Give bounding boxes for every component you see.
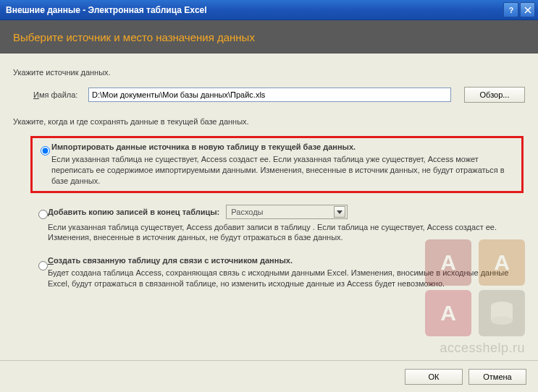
browse-button[interactable]: Обзор... — [464, 87, 525, 103]
access-logo-icon: A — [425, 290, 471, 336]
append-table-combo[interactable]: Расходы — [226, 205, 348, 219]
ok-button[interactable]: ОК — [405, 369, 463, 385]
file-row: Имя файла: Обзор... — [33, 87, 525, 103]
header-title: Выберите источник и место назначения дан… — [13, 31, 255, 43]
option-import-desc: Если указанная таблица не существует, Ac… — [51, 154, 517, 187]
svg-point-6 — [491, 316, 513, 325]
svg-point-4 — [491, 302, 513, 310]
radio-append[interactable] — [38, 210, 48, 219]
dest-prompt: Укажите, когда и где сохранять данные в … — [13, 117, 525, 126]
radio-import[interactable] — [41, 146, 50, 155]
dialog-body: Укажите источник данных. Имя файла: Обзо… — [0, 54, 538, 291]
svg-marker-3 — [337, 210, 342, 214]
svg-text:?: ? — [509, 7, 513, 14]
database-icon — [479, 290, 525, 336]
option-import-label: Импортировать данные источника в новую т… — [51, 142, 356, 151]
option-link-desc: Будет создана таблица Access, сохраняюща… — [48, 268, 522, 289]
watermark-text: accesshelp.ru — [425, 341, 525, 356]
titlebar: Внешние данные - Электронная таблица Exc… — [0, 0, 538, 20]
append-table-value: Расходы — [231, 208, 263, 216]
options-group: Импортировать данные источника в новую т… — [30, 136, 525, 291]
chevron-down-icon — [334, 206, 345, 218]
cancel-button[interactable]: Отмена — [468, 369, 526, 385]
source-prompt: Укажите источник данных. — [13, 68, 525, 77]
footer: ОК Отмена — [0, 360, 538, 392]
option-link-label: Создать связанную таблицу для связи с ис… — [48, 256, 293, 265]
help-button[interactable]: ? — [503, 2, 518, 17]
window-title: Внешние данные - Электронная таблица Exc… — [6, 5, 502, 15]
option-append[interactable]: Добавить копию записей в конец таблицы: … — [30, 203, 525, 245]
file-label: Имя файла: — [33, 90, 88, 99]
option-import[interactable]: Импортировать данные источника в новую т… — [30, 136, 524, 193]
option-link[interactable]: Создать связанную таблицу для связи с ис… — [30, 255, 525, 291]
svg-rect-5 — [491, 306, 513, 320]
header-band: Выберите источник и место назначения дан… — [0, 20, 538, 54]
option-append-label: Добавить копию записей в конец таблицы: — [48, 208, 219, 216]
option-append-desc: Если указанная таблица существует, Acces… — [48, 222, 522, 244]
close-button[interactable] — [520, 2, 535, 17]
dialog-window: Внешние данные - Электронная таблица Exc… — [0, 0, 538, 392]
file-input[interactable] — [88, 88, 451, 102]
radio-link[interactable] — [38, 261, 48, 270]
